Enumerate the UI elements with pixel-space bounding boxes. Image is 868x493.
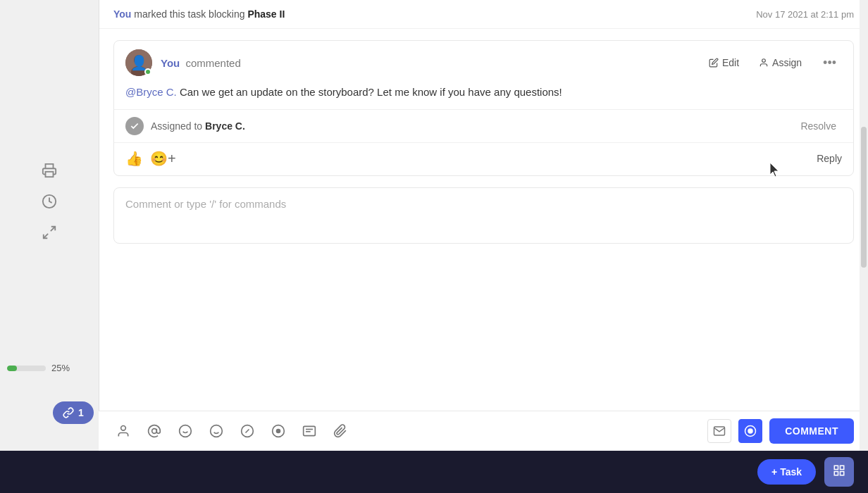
content-area: You marked this task blocking Phase II N…: [99, 0, 868, 493]
progress-section: 25%: [7, 363, 70, 373]
comment-mention: @Bryce C.: [125, 86, 177, 98]
svg-rect-26: [841, 466, 844, 469]
record-icon[interactable]: [268, 420, 289, 442]
print-icon[interactable]: [41, 162, 58, 179]
emoji-add-icon[interactable]: 😊+: [150, 150, 176, 167]
author-name: You: [161, 57, 180, 69]
emoji-icon[interactable]: [175, 420, 196, 442]
comment-body: @Bryce C. Can we get an update on the st…: [114, 82, 853, 109]
comment-actions: Edit Assign •••: [705, 53, 842, 73]
slash-command-icon[interactable]: [237, 420, 258, 442]
add-task-button[interactable]: + Task: [757, 459, 816, 485]
main-container: 25% 1 You marked this task blocking Phas…: [0, 0, 868, 493]
svg-point-10: [180, 425, 192, 437]
assigned-left: Assigned to Bryce C.: [125, 117, 245, 135]
svg-rect-25: [834, 466, 838, 469]
online-indicator: [144, 68, 151, 75]
progress-fill: [7, 366, 17, 371]
toolbar-left: [113, 420, 351, 442]
activity-action: marked this task blocking: [134, 8, 247, 20]
bottom-toolbar: COMMENT: [99, 411, 868, 451]
grid-button[interactable]: [824, 457, 854, 487]
svg-point-24: [748, 429, 752, 433]
svg-rect-28: [841, 472, 844, 475]
expand-icon[interactable]: [41, 224, 58, 241]
svg-line-17: [246, 430, 249, 433]
comment-submit-button[interactable]: COMMENT: [769, 418, 854, 444]
svg-point-9: [152, 429, 157, 434]
sidebar-icons: [41, 162, 58, 241]
progress-label: 25%: [51, 363, 70, 373]
progress-bar: [7, 366, 46, 371]
comment-text: Can we get an update on the storyboard? …: [177, 86, 562, 98]
activity-text: You marked this task blocking Phase II: [113, 8, 285, 20]
resolve-button[interactable]: Resolve: [795, 118, 842, 135]
scrollbar-thumb[interactable]: [861, 127, 867, 268]
envelope-icon[interactable]: [707, 419, 731, 443]
history-icon[interactable]: [41, 193, 58, 210]
assign-label: Assign: [772, 57, 802, 68]
svg-line-3: [44, 234, 48, 238]
svg-point-8: [121, 426, 126, 431]
comment-card: You commented Edit: [113, 40, 854, 176]
comment-placeholder: Comment or type '/' for commands: [125, 198, 286, 210]
edit-button[interactable]: Edit: [705, 54, 743, 71]
assign-button[interactable]: Assign: [755, 54, 806, 71]
link-badge[interactable]: 1: [53, 401, 94, 424]
activity-phase: Phase II: [247, 8, 285, 20]
person-mention-icon[interactable]: [113, 420, 134, 442]
svg-point-13: [211, 425, 223, 437]
svg-point-19: [277, 430, 280, 433]
reaction-row: 👍 😊+ Reply: [114, 142, 853, 175]
assigned-to-label: Assigned to: [151, 120, 205, 132]
avatar-container: [125, 49, 152, 76]
reaction-icons: 👍 😊+: [125, 150, 176, 167]
thumbs-up-icon[interactable]: 👍: [125, 150, 143, 167]
activity-row: You marked this task blocking Phase II N…: [99, 0, 868, 29]
comment-author: You commented: [161, 57, 241, 69]
assigned-text: Assigned to Bryce C.: [151, 120, 245, 132]
comment-input-area[interactable]: Comment or type '/' for commands: [113, 187, 854, 244]
at-mention-icon[interactable]: [144, 420, 165, 442]
scrollbar[interactable]: [860, 0, 868, 493]
author-action: commented: [185, 57, 240, 69]
text-icon[interactable]: [299, 420, 320, 442]
assigned-row: Assigned to Bryce C. Resolve: [114, 109, 853, 142]
check-circle-icon: [125, 117, 144, 135]
more-options-button[interactable]: •••: [817, 53, 842, 73]
comment-header: You commented Edit: [114, 41, 853, 82]
assignee-name: Bryce C.: [205, 120, 245, 132]
edit-label: Edit: [722, 57, 739, 68]
reply-button[interactable]: Reply: [817, 153, 842, 164]
sidebar: 25% 1: [0, 0, 99, 493]
svg-rect-27: [834, 472, 838, 475]
circle-dot-icon[interactable]: [738, 419, 762, 443]
svg-rect-0: [46, 172, 54, 177]
activity-timestamp: Nov 17 2021 at 2:11 pm: [756, 9, 854, 20]
bottom-bar: + Task: [0, 451, 868, 493]
link-count: 1: [78, 407, 84, 418]
smiley-icon[interactable]: [206, 420, 227, 442]
toolbar-right: COMMENT: [707, 418, 854, 444]
attach-icon[interactable]: [330, 420, 351, 442]
svg-point-5: [134, 55, 144, 65]
activity-you: You: [113, 8, 131, 20]
comment-header-left: You commented: [125, 49, 241, 76]
svg-line-2: [51, 227, 55, 231]
svg-point-7: [762, 59, 766, 63]
